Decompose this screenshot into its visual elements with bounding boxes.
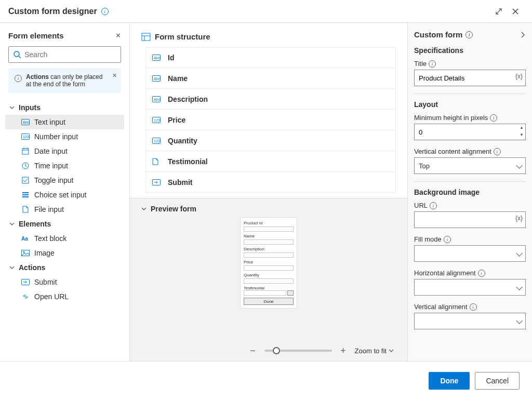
item-label: Submit [34,278,57,286]
zoom-slider[interactable] [264,350,332,352]
item-label: Text input [34,118,65,126]
structure-row[interactable]: AbcDescription [145,89,396,110]
structure-row[interactable]: AbcId [145,47,396,68]
app-title: Custom form designer [8,7,97,16]
preview-input[interactable] [244,290,286,296]
preview-input[interactable] [244,226,294,232]
file-icon [152,158,163,165]
expand-icon[interactable] [490,3,507,20]
group-inputs[interactable]: Inputs [5,100,124,115]
preview-done-button[interactable]: Done [244,298,294,305]
zoom-fit-label: Zoom to fit [355,347,387,355]
item-label: Text block [34,234,66,243]
done-button[interactable]: Done [429,372,470,390]
structure-row[interactable]: 123Price [145,110,396,130]
item-open-url[interactable]: Open URL [5,289,124,304]
item-label: Time input [34,162,68,170]
svg-rect-11 [22,177,29,183]
zoom-thumb[interactable] [273,347,280,354]
url-label: URLi [414,202,526,209]
item-label: Number input [34,132,78,141]
chevron-down-icon [389,348,394,353]
item-time-input[interactable]: Time input [5,158,124,173]
banner-text: Actions can only be placed at the end of… [26,73,107,88]
structure-title: Form structure [155,32,210,41]
search-input[interactable] [8,46,121,63]
submit-icon [21,279,30,285]
item-text-block[interactable]: AaText block [5,231,124,246]
right-panel-title: Custom formi [414,30,473,39]
svg-rect-6 [22,149,29,154]
text-icon: Abc [21,119,30,125]
title-input[interactable] [414,70,526,86]
halign-select[interactable] [414,279,526,296]
info-icon[interactable]: i [466,31,473,38]
info-icon[interactable]: i [494,148,501,155]
item-number-input[interactable]: 123Number input [5,129,124,144]
chevron-right-icon[interactable] [520,32,526,38]
minheight-input[interactable] [414,124,526,140]
preview-header[interactable]: Preview form [141,205,396,213]
fx-icon[interactable]: {x} [515,73,523,80]
item-choice-input[interactable]: Choice set input [5,188,124,202]
item-toggle-input[interactable]: Toggle input [5,173,124,188]
info-icon[interactable]: i [470,303,477,311]
row-label: Name [168,74,188,83]
structure-row[interactable]: Testimonial [145,151,396,172]
textblock-icon: Aa [21,235,30,242]
valign-select[interactable]: Top [414,157,526,174]
close-panel-icon[interactable]: ✕ [115,32,121,39]
preview-label: Product Id [244,221,294,225]
svg-text:Aa: Aa [21,236,28,242]
item-image[interactable]: Image [5,246,124,260]
valign2-select[interactable] [414,313,526,329]
info-icon[interactable]: i [101,8,109,15]
preview-input[interactable] [244,252,294,258]
svg-rect-19 [142,33,150,41]
url-input[interactable] [414,211,526,228]
group-label: Elements [19,220,51,228]
info-icon[interactable]: i [478,270,485,277]
preview-input[interactable] [244,278,294,284]
url-icon [21,294,30,300]
submit-icon [152,179,163,185]
fx-icon[interactable]: {x} [515,215,523,222]
item-date-input[interactable]: Date input [5,144,124,158]
row-label: Description [168,95,208,103]
info-icon[interactable]: i [429,60,436,68]
group-elements[interactable]: Elements [5,217,124,231]
row-label: Testimonial [168,157,208,166]
search-icon [13,50,21,59]
info-icon[interactable]: i [490,114,497,122]
row-label: Quantity [168,137,197,145]
zoom-out-icon[interactable]: − [248,345,258,356]
structure-row[interactable]: AbcName [145,68,396,89]
file-icon [21,206,30,213]
spinner-icon[interactable]: ▲▼ [520,126,524,137]
preview-input[interactable] [244,239,294,245]
close-icon[interactable] [507,3,524,20]
valign-label: Vertical content alignmenti [414,148,526,155]
item-text-input[interactable]: AbcText input [5,115,124,129]
item-file-input[interactable]: File input [5,202,124,217]
svg-text:123: 123 [154,118,160,122]
file-browse-icon[interactable] [287,290,294,296]
preview-input[interactable] [244,265,294,271]
preview-title: Preview form [151,205,196,213]
dismiss-banner-icon[interactable]: ✕ [112,72,117,79]
cancel-button[interactable]: Cancel [475,372,520,390]
search-field[interactable] [24,50,116,59]
structure-row[interactable]: 123Quantity [145,130,396,151]
info-icon[interactable]: i [444,236,451,243]
group-actions[interactable]: Actions [5,260,124,275]
number-icon: 123 [152,138,163,144]
structure-row[interactable]: Submit [145,172,396,193]
row-label: Submit [168,178,192,186]
fillmode-select[interactable] [414,245,526,262]
structure-icon [141,33,151,41]
text-icon: Abc [152,55,163,61]
info-icon[interactable]: i [430,202,437,209]
item-submit[interactable]: Submit [5,275,124,289]
zoom-to-fit[interactable]: Zoom to fit [355,347,394,355]
zoom-in-icon[interactable]: + [338,345,349,356]
